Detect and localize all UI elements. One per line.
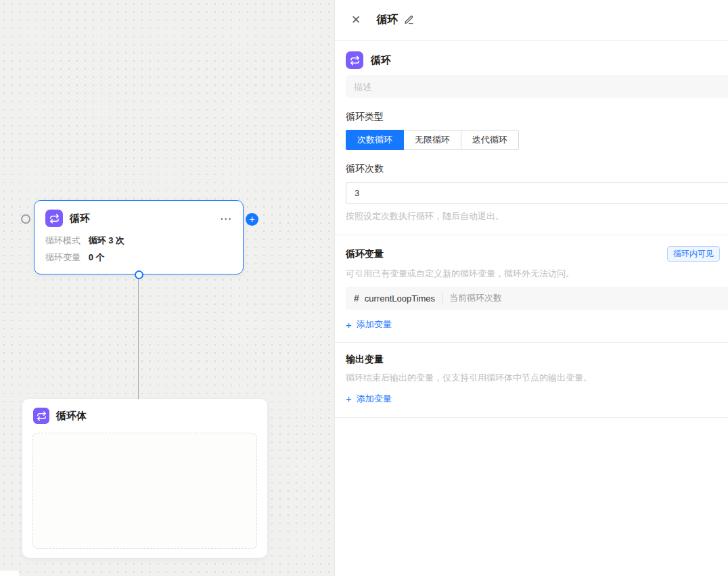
- plus-icon: +: [249, 214, 254, 224]
- edit-title-icon[interactable]: [404, 15, 414, 25]
- loop-mode-label: 循环模式: [45, 235, 81, 245]
- divider: [335, 342, 728, 343]
- variable-desc: 当前循环次数: [449, 292, 502, 304]
- loop-icon: [346, 51, 363, 69]
- output-vars-title: 输出变量: [346, 354, 384, 366]
- loop-node[interactable]: 循环 ⋯ 循环模式 循环 3 次 循环变量 0 个: [34, 200, 244, 274]
- loop-mode-row: 循环模式 循环 3 次: [45, 235, 232, 247]
- loop-node-title: 循环: [70, 212, 220, 225]
- more-menu-icon[interactable]: ⋯: [220, 213, 232, 224]
- loop-body-title: 循环体: [56, 410, 257, 423]
- loop-body-header: 循环体: [32, 408, 257, 424]
- loop-mode-value: 循环 3 次: [89, 235, 124, 245]
- loop-body-node[interactable]: 循环体: [22, 399, 267, 558]
- plus-icon: +: [346, 320, 352, 330]
- add-output-variable-label: 添加变量: [357, 393, 392, 405]
- divider: [442, 293, 442, 303]
- node-config-panel: ✕ 循环 循环 循环类型 次数循环: [334, 0, 728, 576]
- loop-vars-section-head: 循环变量 循环内可见: [346, 246, 728, 262]
- loop-count-input[interactable]: [346, 182, 728, 204]
- loop-node-header: 循环 ⋯: [45, 210, 232, 227]
- loop-type-tabs: 次数循环 无限循环 迭代循环: [346, 130, 519, 150]
- loop-vars-help: 可引用已有变量或自定义新的循环变量，循环外无法访问。: [346, 268, 728, 280]
- output-vars-help: 循环结束后输出的变量，仅支持引用循环体中节点的输出变量。: [346, 372, 728, 384]
- canvas-toolbar: [0, 571, 19, 576]
- panel-body: 循环 循环类型 次数循环 无限循环 迭代循环 循环次数 按照设定次数执行循环，随…: [335, 51, 728, 418]
- close-icon[interactable]: ✕: [351, 14, 361, 26]
- divider: [335, 417, 728, 418]
- hash-icon: #: [354, 293, 359, 304]
- loop-count-help: 按照设定次数执行循环，随后自动退出。: [346, 210, 728, 222]
- loop-type-label: 循环类型: [346, 111, 728, 123]
- add-output-variable-button[interactable]: + 添加变量: [346, 393, 392, 405]
- workflow-editor: 循环 ⋯ 循环模式 循环 3 次 循环变量 0 个 +: [0, 0, 728, 576]
- add-loop-variable-label: 添加变量: [357, 318, 392, 331]
- loop-vars-label: 循环变量: [45, 252, 81, 262]
- input-port[interactable]: [21, 214, 30, 224]
- panel-title: 循环: [376, 13, 398, 27]
- panel-node-title: 循环: [371, 54, 391, 67]
- variable-row[interactable]: # currentLoopTimes 当前循环次数: [346, 287, 728, 310]
- panel-node-head: 循环: [346, 51, 728, 69]
- loop-body-dropzone[interactable]: [32, 433, 257, 549]
- output-vars-section-head: 输出变量: [346, 354, 728, 366]
- tab-infinite-loop[interactable]: 无限循环: [403, 130, 461, 150]
- divider: [335, 235, 728, 235]
- canvas[interactable]: 循环 ⋯ 循环模式 循环 3 次 循环变量 0 个 +: [0, 0, 334, 576]
- plus-icon: +: [346, 393, 352, 404]
- edge-loop-to-body: [138, 274, 139, 400]
- loop-vars-row: 循环变量 0 个: [45, 251, 232, 264]
- loop-icon: [33, 408, 49, 424]
- panel-header: ✕ 循环: [335, 0, 728, 41]
- tab-iterate-loop[interactable]: 迭代循环: [461, 130, 519, 150]
- loop-vars-title: 循环变量: [346, 248, 384, 260]
- loop-count-label: 循环次数: [346, 163, 728, 175]
- description-input[interactable]: [346, 75, 728, 98]
- add-node-button[interactable]: +: [246, 213, 258, 226]
- tab-count-loop[interactable]: 次数循环: [346, 130, 404, 150]
- scope-badge: 循环内可见: [667, 246, 720, 262]
- output-port[interactable]: [135, 270, 143, 279]
- variable-name: currentLoopTimes: [365, 293, 435, 304]
- add-loop-variable-button[interactable]: + 添加变量: [346, 318, 392, 331]
- loop-vars-value: 0 个: [89, 252, 105, 262]
- loop-icon: [45, 210, 63, 227]
